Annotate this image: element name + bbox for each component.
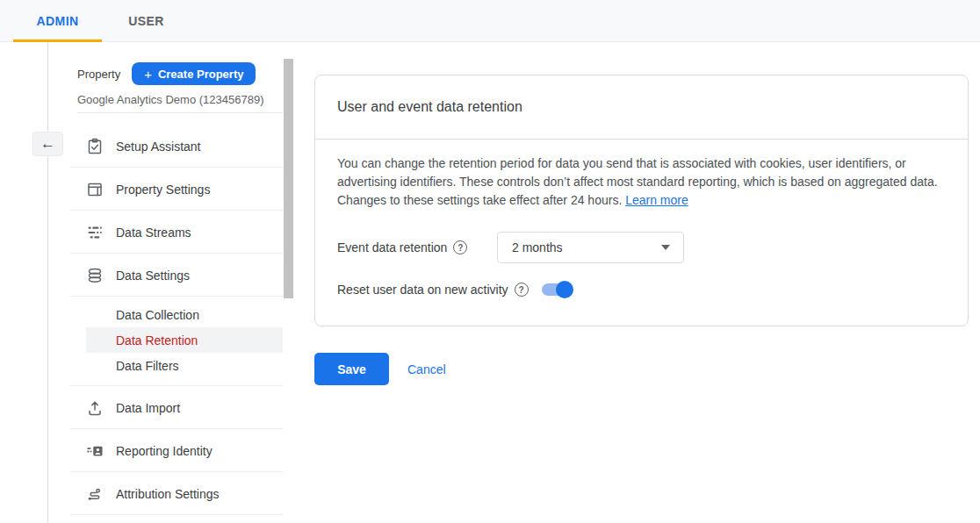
reset-user-data-toggle[interactable] (542, 281, 573, 298)
reset-user-data-row: Reset user data on new activity ? (337, 281, 946, 298)
sidebar-item-data-settings[interactable]: Data Settings (48, 254, 283, 297)
admin-user-tabbar: ADMIN USER (0, 0, 980, 42)
sidebar-item-reporting-identity[interactable]: Reporting Identity (48, 429, 283, 472)
sidebar-item-property-settings[interactable]: Property Settings (48, 168, 283, 211)
create-property-label: Create Property (158, 68, 244, 81)
property-settings-icon (86, 181, 104, 198)
event-retention-value: 2 months (512, 240, 563, 254)
learn-more-link[interactable]: Learn more (625, 193, 688, 207)
sidebar-scrollbar[interactable] (284, 59, 293, 298)
sidebar-item-data-streams[interactable]: Data Streams (48, 211, 283, 254)
property-name[interactable]: Google Analytics Demo (123456789) (77, 93, 283, 106)
back-arrow-icon: ← (40, 135, 55, 153)
sidebar-item-label: Attribution Settings (116, 487, 220, 501)
attribution-settings-icon (86, 485, 104, 503)
property-header: Property + Create Property (48, 42, 283, 85)
data-streams-icon (86, 224, 104, 241)
card-title: User and event data retention (315, 75, 968, 140)
tab-user[interactable]: USER (102, 0, 191, 41)
sidebar-item-label: Data Import (116, 401, 180, 415)
sidebar-item-label: Data Streams (116, 226, 191, 240)
admin-page: ADMIN USER ← Property + Create Property … (0, 0, 980, 523)
sidebar-subitem-data-retention[interactable]: Data Retention (86, 327, 283, 353)
reporting-identity-icon (86, 442, 104, 460)
event-retention-dropdown[interactable]: 2 months (497, 232, 684, 263)
sidebar-subitem-data-filters[interactable]: Data Filters (86, 353, 283, 378)
sidebar-item-data-import[interactable]: Data Import (48, 386, 283, 429)
event-retention-label: Event data retention (337, 240, 447, 254)
sidebar-item-setup-assistant[interactable]: Setup Assistant (48, 125, 283, 168)
sidebar-subitem-data-collection[interactable]: Data Collection (86, 302, 283, 327)
property-label: Property (77, 68, 120, 81)
sidebar-item-label: Reporting Identity (116, 444, 213, 458)
sidebar-menu: Setup Assistant Property Settings (48, 125, 283, 515)
setup-assistant-icon (86, 138, 104, 155)
sidebar-item-label: Property Settings (116, 183, 210, 197)
card-body: You can change the retention period for … (315, 140, 968, 298)
tab-admin[interactable]: ADMIN (13, 0, 102, 41)
toggle-thumb (556, 281, 573, 298)
plus-icon: + (144, 68, 152, 81)
back-button[interactable]: ← (32, 132, 63, 156)
dropdown-arrow-icon (661, 245, 670, 250)
event-retention-row: Event data retention ? 2 months (337, 232, 946, 263)
data-import-icon (86, 399, 104, 417)
help-icon[interactable]: ? (453, 240, 467, 254)
data-retention-card: User and event data retention You can ch… (314, 75, 969, 326)
cancel-button[interactable]: Cancel (407, 362, 446, 376)
sidebar-item-label: Data Settings (116, 269, 190, 283)
sidebar-item-attribution-settings[interactable]: Attribution Settings (48, 472, 283, 515)
create-property-button[interactable]: + Create Property (132, 62, 256, 85)
property-sidebar: Property + Create Property Google Analyt… (48, 42, 283, 515)
help-icon[interactable]: ? (515, 283, 529, 297)
data-settings-icon (86, 267, 104, 284)
save-button[interactable]: Save (314, 353, 389, 385)
reset-user-data-label: Reset user data on new activity (337, 283, 508, 297)
property-divider (77, 112, 283, 113)
data-settings-submenu: Data Collection Data Retention Data Filt… (48, 297, 283, 386)
sidebar-item-label: Setup Assistant (116, 140, 201, 154)
form-actions: Save Cancel (314, 353, 446, 385)
retention-description: You can change the retention period for … (337, 154, 958, 210)
